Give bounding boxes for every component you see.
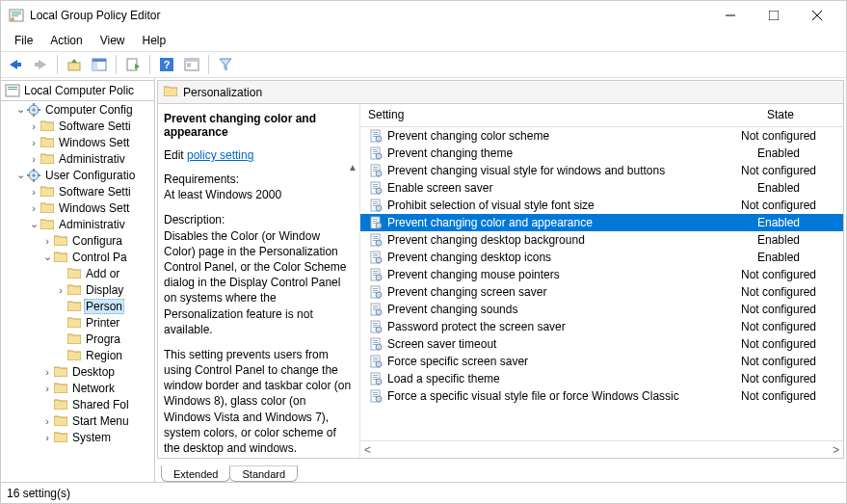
close-button[interactable] — [795, 1, 838, 30]
setting-label: Load a specific theme — [387, 372, 716, 385]
tree-panel: Local Computer Polic ⌄Computer Config›So… — [1, 78, 155, 482]
setting-row[interactable]: Prevent changing screen saverNot configu… — [360, 283, 843, 301]
help-button[interactable]: ? — [156, 54, 177, 75]
policy-icon — [368, 198, 384, 213]
expand-glyph[interactable]: › — [28, 202, 40, 214]
setting-row[interactable]: Prevent changing desktop iconsEnabled — [360, 249, 843, 266]
tree-uc-windows[interactable]: ›Windows Sett — [1, 199, 154, 216]
setting-row[interactable]: Prevent changing soundsNot configured — [360, 301, 843, 318]
tree-cc-windows[interactable]: ›Windows Sett — [1, 134, 154, 150]
menu-file[interactable]: File — [7, 32, 40, 49]
setting-row[interactable]: Enable screen saverEnabled — [360, 179, 843, 197]
setting-row[interactable]: Prevent changing color and appearanceEna… — [360, 214, 843, 231]
setting-label: Prevent changing mouse pointers — [387, 268, 716, 281]
setting-row[interactable]: Load a specific themeNot configured — [360, 370, 843, 387]
svg-rect-41 — [38, 174, 40, 176]
svg-point-51 — [376, 153, 382, 159]
menu-help[interactable]: Help — [135, 32, 174, 49]
expand-glyph[interactable]: › — [28, 186, 40, 198]
svg-text:?: ? — [164, 59, 171, 70]
tree-computer-config[interactable]: ⌄Computer Config — [1, 101, 154, 118]
expand-glyph[interactable]: ⌄ — [41, 251, 53, 263]
tree-cc-software[interactable]: ›Software Setti — [1, 118, 154, 134]
expand-glyph[interactable]: › — [41, 383, 53, 394]
svg-rect-10 — [16, 63, 21, 66]
svg-rect-38 — [33, 169, 35, 172]
svg-point-66 — [376, 205, 382, 211]
setting-state: Not configured — [716, 389, 841, 403]
tree-regional[interactable]: Region — [1, 347, 154, 363]
column-setting[interactable]: Setting — [360, 104, 718, 126]
expand-glyph[interactable]: › — [41, 235, 53, 247]
filter-button[interactable] — [215, 54, 236, 75]
folder-icon — [40, 136, 55, 149]
setting-state: Not configured — [716, 303, 841, 316]
setting-row[interactable]: Prevent changing color schemeNot configu… — [360, 127, 843, 145]
expand-glyph[interactable]: › — [28, 137, 40, 148]
menu-view[interactable]: View — [93, 32, 133, 49]
folder-icon — [66, 283, 82, 297]
expand-glyph[interactable]: › — [28, 153, 40, 165]
expand-glyph[interactable]: › — [55, 284, 66, 296]
tab-standard[interactable]: Standard — [229, 465, 298, 482]
show-hide-tree-button[interactable] — [89, 54, 110, 75]
tree-label: Software Setti — [57, 185, 133, 199]
minimize-button[interactable] — [708, 1, 752, 30]
setting-row[interactable]: Prevent changing desktop backgroundEnabl… — [360, 231, 843, 249]
tree-configura[interactable]: ›Configura — [1, 232, 154, 249]
tree-printers[interactable]: Printer — [1, 314, 154, 331]
setting-row[interactable]: Prevent changing mouse pointersNot confi… — [360, 266, 843, 283]
svg-point-81 — [376, 257, 382, 263]
setting-row[interactable]: Screen saver timeoutNot configured — [360, 335, 843, 353]
tree-uc-software[interactable]: ›Software Setti — [1, 183, 154, 199]
tree-display[interactable]: ›Display — [1, 281, 154, 298]
svg-rect-13 — [68, 63, 80, 70]
tree-root[interactable]: Local Computer Polic — [1, 80, 154, 101]
tab-extended[interactable]: Extended — [161, 465, 230, 482]
tree-personalization[interactable]: Person — [1, 298, 154, 314]
tree-start-menu[interactable]: ›Start Menu — [1, 412, 154, 429]
tree-desktop[interactable]: ›Desktop — [1, 363, 154, 380]
scroll-left-icon[interactable]: < — [364, 443, 371, 457]
tree-programs[interactable]: Progra — [1, 331, 154, 347]
tree-network[interactable]: ›Network — [1, 380, 154, 396]
maximize-button[interactable] — [752, 1, 795, 30]
setting-row[interactable]: Prohibit selection of visual style font … — [360, 197, 843, 214]
expand-glyph[interactable]: ⌄ — [14, 169, 26, 181]
setting-row[interactable]: Force specific screen saverNot configure… — [360, 353, 843, 370]
scroll-up-icon[interactable]: ▲ — [348, 162, 357, 172]
tree-system[interactable]: ›System — [1, 429, 154, 445]
tree-shared-folders[interactable]: Shared Fol — [1, 396, 154, 412]
tree-uc-admin[interactable]: ⌄Administrativ — [1, 216, 154, 232]
expand-glyph[interactable]: ⌄ — [14, 103, 26, 116]
tree-root-label: Local Computer Polic — [24, 84, 134, 97]
menu-action[interactable]: Action — [42, 32, 90, 49]
forward-button[interactable] — [30, 54, 51, 75]
setting-row[interactable]: Password protect the screen saverNot con… — [360, 318, 843, 335]
svg-point-56 — [376, 171, 382, 176]
expand-glyph[interactable]: › — [28, 120, 40, 132]
back-button[interactable] — [5, 54, 26, 75]
svg-rect-109 — [373, 359, 378, 360]
setting-row[interactable]: Force a specific visual style file or fo… — [360, 387, 843, 405]
setting-row[interactable]: Prevent changing visual style for window… — [360, 162, 843, 179]
setting-state: Not configured — [716, 199, 841, 212]
scroll-right-icon[interactable]: > — [833, 443, 839, 457]
setting-row[interactable]: Prevent changing themeEnabled — [360, 145, 843, 162]
svg-point-86 — [376, 275, 382, 280]
tree-add-remove[interactable]: Add or — [1, 265, 154, 281]
up-button[interactable] — [64, 54, 85, 75]
expand-glyph[interactable]: › — [41, 432, 53, 443]
tree-control-panel[interactable]: ⌄Control Pa — [1, 249, 154, 265]
tree-user-config[interactable]: ⌄User Configuratio — [1, 167, 154, 183]
expand-glyph[interactable]: › — [41, 366, 53, 378]
expand-glyph[interactable]: › — [41, 415, 53, 427]
properties-button[interactable] — [181, 54, 202, 75]
export-button[interactable] — [122, 54, 144, 75]
expand-glyph[interactable]: ⌄ — [28, 218, 40, 230]
column-state[interactable]: State — [718, 104, 843, 126]
horizontal-scrollbar[interactable]: < > — [360, 440, 843, 458]
setting-label: Prevent changing theme — [387, 146, 716, 160]
tree-cc-admin[interactable]: ›Administrativ — [1, 150, 154, 167]
edit-policy-link[interactable]: policy setting — [187, 148, 253, 162]
